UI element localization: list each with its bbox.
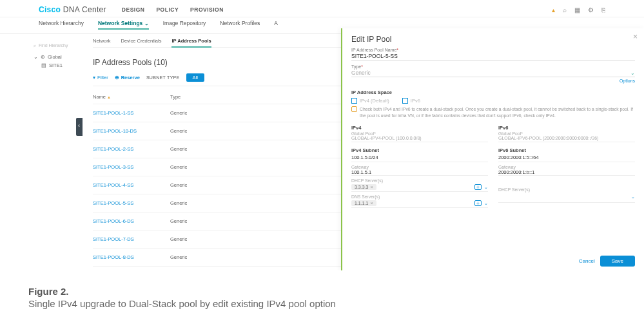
ipv4-gateway-value[interactable]: 100.1.5.1 (351, 169, 488, 176)
menu-provision[interactable]: PROVISION (190, 6, 224, 13)
col-header-name[interactable]: Name▲ (93, 94, 170, 100)
pool-name-link[interactable]: SITE1-POOL-1-SS (93, 110, 170, 116)
pool-type: Generic (170, 164, 209, 170)
subnav-network-settings[interactable]: Network Settings ⌄ (98, 20, 149, 30)
pool-name-link[interactable]: SITE1-POOL-2-SS (93, 146, 170, 152)
ipv6-gateway-input[interactable]: 2000:2000:1:b::1 (498, 169, 635, 176)
building-icon: ▤ (41, 62, 46, 68)
remove-chip-icon[interactable]: × (370, 201, 373, 205)
add-dns-icon[interactable]: + (474, 200, 482, 206)
subnet-type-label: SUBNET TYPE (146, 75, 180, 80)
menu-policy[interactable]: POLICY (156, 6, 179, 13)
sort-asc-icon: ▲ (107, 95, 111, 99)
filter-icon: ▾ (93, 75, 95, 80)
topbar: Cisco DNA Center DESIGN POLICY PROVISION… (0, 0, 644, 17)
ipv6-dhcp-field[interactable]: ⌄ (498, 192, 635, 203)
options-link[interactable]: Options (351, 79, 635, 83)
subnet-type-all-pill[interactable]: All (186, 73, 204, 82)
sidebar-node-global[interactable]: ⌄ ⊕ Global (34, 54, 77, 60)
ipv6-dhcp-label: DHCP Server(s) (498, 187, 635, 192)
ipv6-gateway-label: Gateway (498, 165, 635, 169)
subnav-truncated[interactable]: A (274, 20, 278, 30)
sidebar-search-placeholder: Find Hierarchy (39, 43, 68, 48)
chevron-down-icon: ⌄ (484, 185, 488, 190)
pool-name-link[interactable]: SITE1-POOL-3-SS (93, 164, 170, 170)
notifications-icon[interactable]: ⎘ (601, 6, 605, 14)
ipv4-dhcp-field[interactable]: 3.3.3.3× +⌄ (351, 183, 488, 192)
ipv4-subnet-value[interactable]: 100.1.5.0/24 (351, 153, 488, 162)
warning-text: Check both IPv4 and IPv6 to create a dua… (360, 106, 635, 118)
ipv4-dhcp-label: DHCP Server(s) (351, 178, 488, 183)
ipv6-globalpool-label: Global Pool* (498, 131, 635, 136)
sidebar: ⌕ Find Hierarchy ⌄ ⊕ Global ▤ SITE1 (0, 34, 83, 268)
tab-device-credentials[interactable]: Device Credentials (121, 38, 162, 44)
brand-dna: DNA Center (61, 5, 106, 14)
slideout-title: Edit IP Pool (351, 35, 635, 44)
ipv6-subnet-input[interactable]: 2000:2000:1:5::/64 (498, 153, 635, 162)
save-button[interactable]: Save (600, 256, 635, 267)
pool-name-link[interactable]: SITE1-POOL-5-SS (93, 200, 170, 206)
pool-name-link[interactable]: SITE1-POOL-10-DS (93, 128, 170, 134)
filter-link[interactable]: ▾Filter (93, 75, 108, 80)
subnav-network-hierarchy[interactable]: Network Hierarchy (39, 20, 84, 30)
sidebar-node-site1[interactable]: ▤ SITE1 (41, 62, 77, 68)
ipv6-checkbox[interactable] (402, 98, 408, 104)
sidebar-global-label: Global (48, 54, 62, 60)
gear-icon[interactable]: ⚙ (588, 6, 594, 14)
pool-name-link[interactable]: SITE1-POOL-6-DS (93, 218, 170, 224)
sidebar-site-label: SITE1 (49, 62, 63, 68)
ipv4-dns-field[interactable]: 1.1.1.1× +⌄ (351, 199, 488, 208)
chevron-down-icon: ⌄ (144, 21, 149, 26)
remove-chip-icon[interactable]: × (370, 185, 373, 189)
ip-address-space-header: IP Address Space (351, 89, 635, 95)
top-menu: DESIGN POLICY PROVISION (122, 6, 224, 13)
ipv4-globalpool-value[interactable]: GLOBAL-IPV4-POOL (100.0.0.0/8) (351, 136, 488, 142)
pool-type: Generic (170, 146, 209, 152)
warning-icon (351, 106, 357, 112)
ipv4-globalpool-label: Global Pool* (351, 131, 488, 136)
figure-title: Figure 2. (28, 286, 336, 297)
pool-type: Generic (170, 200, 209, 206)
chevron-down-icon: ⌄ (34, 54, 38, 60)
alert-icon[interactable]: ▴ (552, 6, 555, 14)
chevron-down-icon: ⌄ (631, 194, 635, 200)
pool-name-input[interactable]: SITE1-POOL-5-SS (351, 52, 635, 61)
tab-ip-address-pools[interactable]: IP Address Pools (171, 38, 211, 48)
menu-design[interactable]: DESIGN (122, 6, 145, 13)
col-header-type[interactable]: Type (170, 94, 209, 100)
close-icon[interactable]: × (633, 32, 638, 41)
ipv6-label: IPv6 (411, 98, 420, 104)
search-icon[interactable]: ⌕ (563, 6, 567, 14)
apps-icon[interactable]: ▦ (574, 6, 580, 14)
pool-name-link[interactable]: SITE1-POOL-7-DS (93, 236, 170, 242)
sidebar-search[interactable]: ⌕ Find Hierarchy (34, 43, 77, 48)
ipv4-dns-label: DNS Server(s) (351, 194, 488, 199)
chevron-down-icon: ⌄ (630, 70, 635, 76)
brand: Cisco DNA Center (39, 5, 106, 14)
type-label: Type* (351, 64, 635, 69)
pool-name-link[interactable]: SITE1-POOL-8-DS (93, 254, 170, 260)
edit-ip-pool-panel: × Edit IP Pool IP Address Pool Name* SIT… (341, 28, 644, 270)
reserve-link[interactable]: ⊕Reserve (115, 75, 140, 80)
add-dhcp-icon[interactable]: + (474, 184, 482, 190)
pool-name-link[interactable]: SITE1-POOL-4-SS (93, 182, 170, 188)
tab-network[interactable]: Network (93, 38, 111, 44)
figure-caption: Single IPv4 upgrade to Dual-Stack pool b… (28, 298, 336, 309)
subnav-image-repository[interactable]: Image Repository (163, 20, 206, 30)
type-select[interactable]: Generic⌄ (351, 69, 635, 77)
pool-type: Generic (170, 218, 209, 224)
ipv4-checkbox[interactable] (351, 98, 357, 104)
ipv6-globalpool-value[interactable]: GLOBAL-IPV6-POOL (2000:2000:0000:0000::/… (498, 136, 635, 142)
cancel-button[interactable]: Cancel (579, 258, 595, 264)
ipv4-section-header: IPv4 (351, 125, 488, 131)
pool-type: Generic (170, 182, 209, 188)
search-icon: ⌕ (34, 43, 36, 48)
pool-name-label: IP Address Pool Name* (351, 48, 635, 52)
subnav-network-profiles[interactable]: Network Profiles (220, 20, 260, 30)
pool-type: Generic (170, 128, 209, 134)
pool-type: Generic (170, 254, 209, 260)
plus-icon: ⊕ (115, 75, 119, 80)
collapse-sidebar-handle[interactable] (76, 118, 83, 136)
ipv4-default-label: IPv4 (Default) (360, 98, 389, 104)
pool-type: Generic (170, 236, 209, 242)
